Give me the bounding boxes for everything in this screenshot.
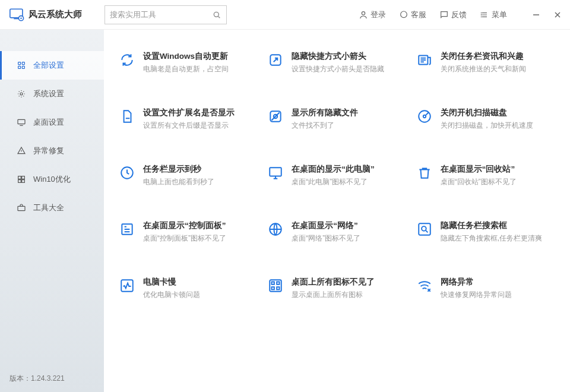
version-label: 版本：1.24.3.221	[0, 365, 104, 392]
warning-icon	[17, 146, 26, 156]
show-network-icon	[267, 220, 284, 238]
windows-update-icon	[118, 51, 136, 69]
tool-card-disable-boot-scan[interactable]: 关闭开机扫描磁盘关闭扫描磁盘，加快开机速度	[416, 108, 556, 131]
card-desc: 桌面“回收站”图标不见了	[441, 177, 517, 187]
hide-shortcut-arrow-icon	[267, 51, 284, 69]
card-title: 桌面上所有图标不见了	[292, 277, 375, 287]
card-desc: 关闭系统推送的天气和新闻	[441, 64, 526, 74]
gear-icon	[17, 89, 26, 99]
card-title: 隐藏快捷方式小箭头	[292, 51, 384, 62]
show-recycle-bin-icon	[416, 164, 433, 182]
app-logo: 风云系统大师	[10, 8, 104, 21]
show-control-panel-icon	[118, 220, 136, 238]
tool-card-show-control-panel[interactable]: 在桌面显示“控制面板”桌面“控制面板”图标不见了	[118, 220, 258, 244]
desktop-icon	[17, 118, 26, 127]
disable-taskbar-news-icon	[416, 51, 433, 69]
card-title: 网络异常	[441, 277, 512, 287]
tool-card-file-extension[interactable]: 设置文件扩展名是否显示设置所有文件后缀是否显示	[118, 108, 258, 131]
search-input[interactable]	[110, 10, 212, 19]
card-title: 设置文件扩展名是否显示	[143, 108, 235, 118]
card-desc: 电脑老是自动更新，占空间	[143, 64, 229, 74]
sidebar-item-repair[interactable]: 异常修复	[0, 137, 104, 165]
card-title: 显示所有隐藏文件	[292, 108, 358, 118]
apps-icon	[17, 61, 26, 70]
tool-card-show-network[interactable]: 在桌面显示“网络”桌面“网络”图标不见了	[267, 220, 407, 244]
chat-icon	[399, 10, 408, 20]
card-title: 在桌面的显示“此电脑”	[292, 164, 375, 175]
logo-icon	[10, 8, 25, 21]
card-title: 设置Windows自动更新	[143, 51, 229, 62]
tool-card-hide-taskbar-search[interactable]: 隐藏任务栏搜索框隐藏左下角搜索框,任务栏更清爽	[416, 220, 556, 244]
file-extension-icon	[118, 108, 136, 125]
tool-card-network-issue[interactable]: 网络异常快速修复网络异常问题	[416, 277, 556, 300]
feedback-icon	[439, 10, 449, 20]
tool-card-show-this-pc[interactable]: 在桌面的显示“此电脑”桌面“此电脑”图标不见了	[267, 164, 407, 187]
windows-icon	[17, 175, 26, 184]
show-this-pc-icon	[267, 164, 284, 182]
card-title: 在桌面显示“回收站”	[441, 164, 517, 175]
disable-boot-scan-icon	[416, 108, 433, 125]
card-desc: 隐藏左下角搜索框,任务栏更清爽	[441, 233, 542, 244]
window-controls	[531, 10, 563, 20]
sidebar-item-all-settings[interactable]: 全部设置	[0, 51, 104, 80]
network-issue-icon	[416, 277, 433, 295]
desktop-icons-missing-icon	[267, 277, 284, 295]
user-icon	[359, 10, 368, 20]
card-desc: 设置所有文件后缀是否显示	[143, 121, 235, 131]
sidebar: 全部设置 系统设置 桌面设置 异常修复 Win10优化 工具大全	[0, 30, 104, 392]
tool-card-hide-shortcut-arrow[interactable]: 隐藏快捷方式小箭头设置快捷方式小箭头是否隐藏	[267, 51, 407, 74]
sidebar-item-toolbox[interactable]: 工具大全	[0, 194, 104, 222]
menu-icon	[480, 10, 489, 20]
card-desc: 文件找不到了	[292, 121, 358, 131]
minimize-button[interactable]	[531, 10, 542, 20]
card-desc: 桌面“控制面板”图标不见了	[143, 233, 226, 244]
search-icon[interactable]	[212, 10, 221, 20]
tool-card-slow-pc[interactable]: 电脑卡慢优化电脑卡顿问题	[118, 277, 258, 300]
card-desc: 设置快捷方式小箭头是否隐藏	[292, 64, 384, 74]
card-title: 在桌面显示“控制面板”	[143, 220, 226, 231]
card-title: 在桌面显示“网络”	[292, 220, 360, 231]
app-window: 风云系统大师 登录 客服 反馈 菜单	[0, 0, 570, 392]
hide-taskbar-search-icon	[416, 220, 433, 238]
card-desc: 桌面“网络”图标不见了	[292, 233, 360, 244]
card-title: 关闭开机扫描磁盘	[441, 108, 533, 118]
card-title: 隐藏任务栏搜索框	[441, 220, 542, 231]
tool-card-show-recycle-bin[interactable]: 在桌面显示“回收站”桌面“回收站”图标不见了	[416, 164, 556, 187]
menu-button[interactable]: 菜单	[480, 10, 507, 20]
card-desc: 电脑上面也能看到秒了	[143, 177, 214, 187]
close-button[interactable]	[552, 10, 563, 20]
sidebar-item-desktop-settings[interactable]: 桌面设置	[0, 108, 104, 137]
slow-pc-icon	[118, 277, 136, 295]
card-desc: 显示桌面上面所有图标	[292, 290, 375, 300]
card-desc: 关闭扫描磁盘，加快开机速度	[441, 121, 533, 131]
titlebar: 风云系统大师 登录 客服 反馈 菜单	[0, 0, 570, 30]
show-hidden-files-icon	[267, 108, 284, 125]
tool-card-disable-taskbar-news[interactable]: 关闭任务栏资讯和兴趣关闭系统推送的天气和新闻	[416, 51, 556, 74]
tool-card-show-hidden-files[interactable]: 显示所有隐藏文件文件找不到了	[267, 108, 407, 131]
card-desc: 桌面“此电脑”图标不见了	[292, 177, 375, 187]
tool-card-taskbar-seconds[interactable]: 任务栏显示到秒电脑上面也能看到秒了	[118, 164, 258, 187]
taskbar-seconds-icon	[118, 164, 136, 182]
svg-rect-36	[14, 18, 18, 19]
top-actions: 登录 客服 反馈 菜单	[359, 10, 563, 20]
toolbox-icon	[17, 203, 26, 213]
svg-point-38	[20, 17, 21, 18]
sidebar-item-system-settings[interactable]: 系统设置	[0, 80, 104, 108]
card-title: 电脑卡慢	[143, 277, 200, 287]
app-name: 风云系统大师	[28, 9, 82, 20]
support-button[interactable]: 客服	[399, 10, 426, 20]
sidebar-item-win10-optimize[interactable]: Win10优化	[0, 165, 104, 194]
login-button[interactable]: 登录	[359, 10, 386, 20]
card-title: 任务栏显示到秒	[143, 164, 214, 175]
card-desc: 快速修复网络异常问题	[441, 290, 512, 300]
card-desc: 优化电脑卡顿问题	[143, 290, 200, 300]
search-box[interactable]	[104, 5, 227, 24]
card-title: 关闭任务栏资讯和兴趣	[441, 51, 526, 62]
feedback-button[interactable]: 反馈	[439, 10, 467, 20]
main-content: 设置Windows自动更新电脑老是自动更新，占空间隐藏快捷方式小箭头设置快捷方式…	[104, 30, 570, 392]
tool-card-desktop-icons-missing[interactable]: 桌面上所有图标不见了显示桌面上面所有图标	[267, 277, 407, 300]
tool-card-windows-update[interactable]: 设置Windows自动更新电脑老是自动更新，占空间	[118, 51, 258, 74]
